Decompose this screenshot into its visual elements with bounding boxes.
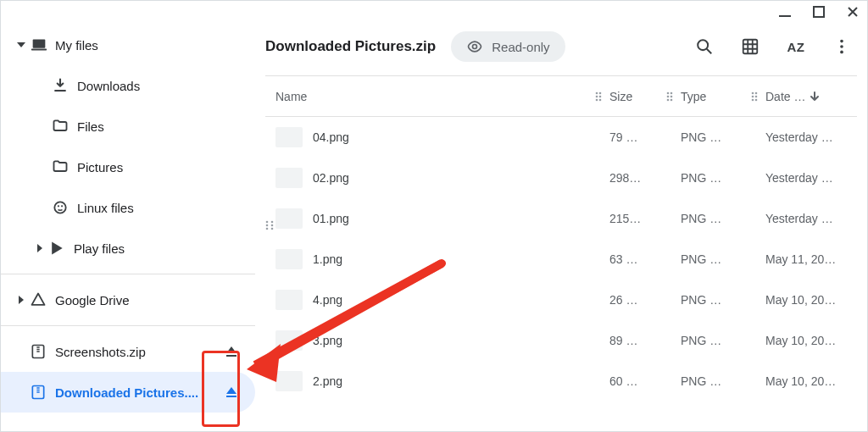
svg-point-31 [755, 91, 758, 94]
window-minimize-icon[interactable] [777, 4, 793, 19]
file-size: 26 … [609, 293, 681, 307]
table-row[interactable]: 2.png 60 … PNG … May 10, 20… [265, 361, 857, 402]
table-row[interactable]: 4.png 26 … PNG … May 10, 20… [265, 280, 857, 320]
sidebar-item-files[interactable]: Files [1, 106, 255, 147]
file-name: 02.png [313, 171, 349, 185]
sidebar-item-label: Linux files [77, 201, 242, 215]
column-header-type[interactable]: Type [681, 90, 706, 103]
sidebar-item-label: Google Drive [55, 293, 242, 307]
svg-point-34 [752, 98, 754, 101]
sidebar-item-google-drive[interactable]: Google Drive [1, 280, 255, 320]
sidebar-item-linux-files[interactable]: Linux files [1, 187, 255, 228]
readonly-chip: Read-only [451, 31, 565, 62]
sidebar-item-label: Play files [74, 241, 242, 256]
file-date: Yesterday … [765, 171, 857, 185]
table-row[interactable]: 1.png 63 … PNG … May 11, 20… [265, 239, 857, 280]
svg-point-6 [58, 205, 59, 207]
svg-point-22 [596, 98, 598, 101]
svg-point-24 [667, 91, 670, 94]
column-header-name[interactable]: Name [275, 90, 307, 103]
sidebar-item-label: Files [77, 119, 242, 134]
sidebar-separator [1, 274, 255, 274]
sidebar-item-pictures[interactable]: Pictures [1, 147, 255, 187]
sidebar-item-downloads[interactable]: Downloads [1, 65, 255, 106]
drive-icon [30, 291, 55, 308]
window-maximize-icon[interactable] [811, 4, 826, 19]
download-icon [52, 77, 77, 94]
more-button[interactable] [826, 31, 857, 62]
file-type: PNG … [681, 212, 765, 225]
file-type: PNG … [681, 171, 765, 185]
readonly-label: Read-only [492, 40, 549, 54]
file-thumbnail [275, 371, 303, 391]
file-size: 298… [609, 171, 681, 185]
file-date: Yesterday … [765, 212, 857, 225]
svg-point-40 [266, 228, 269, 230]
window-close-icon[interactable] [845, 4, 860, 19]
sidebar-separator [1, 325, 255, 326]
file-size: 215… [609, 212, 681, 225]
svg-point-28 [667, 98, 670, 101]
table-row[interactable]: 3.png 89 … PNG … May 10, 20… [265, 320, 857, 361]
visibility-icon [466, 38, 483, 55]
archive-icon [30, 343, 55, 360]
file-date: Yesterday … [765, 130, 857, 144]
sidebar-item-label: My files [55, 38, 242, 53]
svg-point-27 [670, 95, 673, 97]
svg-point-17 [840, 51, 843, 54]
svg-point-38 [266, 224, 269, 227]
svg-point-37 [271, 221, 274, 224]
column-header-size[interactable]: Size [609, 90, 632, 103]
sort-button[interactable]: AZ [781, 31, 811, 62]
file-date: May 10, 20… [765, 334, 857, 347]
file-thumbnail [275, 290, 303, 310]
sidebar-item-label: Pictures [77, 160, 242, 174]
sidebar-item-label: Screenshots.zip [55, 345, 221, 359]
sidebar-item-my-files[interactable]: My files [1, 25, 255, 65]
svg-point-16 [840, 45, 843, 48]
svg-point-7 [61, 205, 63, 207]
file-type: PNG … [681, 252, 765, 266]
sidebar-item-screenshots-zip[interactable]: Screenshots.zip [1, 331, 255, 372]
eject-button[interactable] [221, 341, 242, 362]
eject-button[interactable] [221, 382, 242, 402]
laptop-icon [30, 36, 55, 54]
sort-descending-icon [809, 91, 821, 102]
table-row[interactable]: 02.png 298… PNG … Yesterday … [265, 158, 857, 198]
folder-icon [52, 118, 77, 135]
content-area: Downloaded Pictures.zip Read-only AZ [255, 25, 867, 431]
column-resize-handle[interactable] [594, 91, 604, 102]
column-header-date[interactable]: Date … [765, 90, 805, 103]
linux-icon [52, 199, 77, 216]
file-type: PNG … [681, 334, 765, 347]
file-name: 3.png [313, 334, 342, 347]
view-toggle-button[interactable] [735, 31, 765, 62]
content-header: Downloaded Pictures.zip Read-only AZ [255, 25, 857, 75]
svg-point-39 [271, 224, 274, 227]
sidebar: My files Downloads Files Pictures Linux [1, 25, 255, 431]
sidebar-item-downloaded-pictures-zip[interactable]: Downloaded Pictures.... [1, 372, 255, 413]
svg-rect-3 [31, 49, 47, 51]
file-date: May 10, 20… [765, 293, 857, 307]
sidebar-item-play-files[interactable]: Play files [1, 228, 255, 269]
file-type: PNG … [681, 374, 765, 388]
sidebar-item-label: Downloads [77, 79, 242, 93]
svg-point-19 [599, 91, 602, 94]
svg-point-18 [596, 91, 598, 94]
file-size: 63 … [609, 252, 681, 266]
svg-point-15 [840, 40, 843, 43]
svg-point-20 [596, 95, 598, 97]
file-type: PNG … [681, 293, 765, 307]
row-drag-handle-icon[interactable] [264, 219, 279, 235]
table-row[interactable]: 04.png 79 … PNG … Yesterday … [265, 117, 857, 158]
play-store-icon [48, 240, 74, 257]
svg-point-13 [698, 40, 708, 50]
file-name: 1.png [313, 252, 342, 266]
table-row[interactable]: 01.png 215… PNG … Yesterday … [265, 198, 857, 239]
sidebar-item-label: Downloaded Pictures.... [55, 385, 221, 400]
svg-point-36 [266, 221, 269, 224]
search-button[interactable] [689, 31, 720, 62]
svg-point-41 [271, 228, 274, 230]
column-resize-handle[interactable] [750, 91, 760, 102]
column-resize-handle[interactable] [665, 91, 676, 102]
